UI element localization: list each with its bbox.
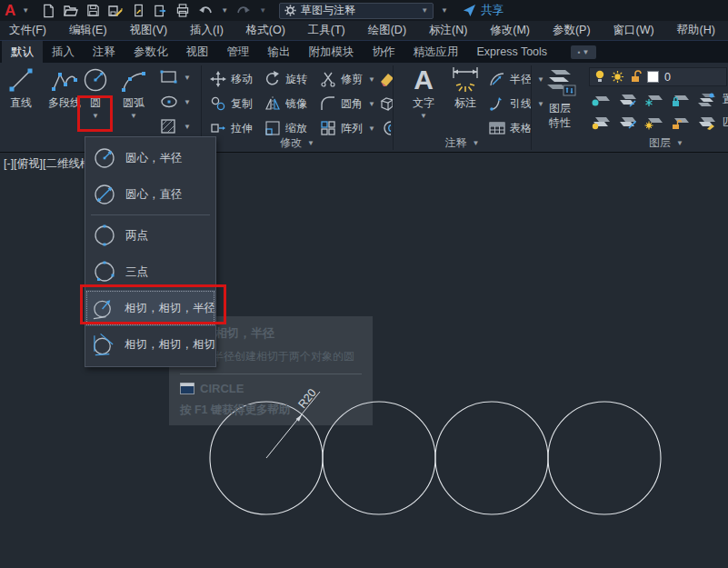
save-as-icon[interactable]: [108, 4, 124, 18]
save-icon[interactable]: [86, 4, 100, 17]
hatch-caret-icon[interactable]: ▼: [184, 123, 191, 131]
menu-dimension[interactable]: 标注(N): [429, 23, 467, 38]
tab-view[interactable]: 视图: [177, 41, 218, 63]
layer-unlock-row-icon[interactable]: [670, 115, 690, 130]
move-button[interactable]: 移动: [210, 70, 253, 88]
set-current-label[interactable]: 置为当前: [723, 92, 728, 107]
layers-panel-label[interactable]: 图层▼: [591, 135, 728, 151]
fillet-caret-icon[interactable]: ▼: [368, 100, 375, 108]
explode-button[interactable]: [378, 95, 396, 113]
current-layer-name: 0: [664, 71, 671, 84]
tab-parametric[interactable]: 参数化: [125, 41, 177, 63]
annotation-panel-label[interactable]: 注释▼: [394, 135, 531, 151]
erase-button[interactable]: [378, 70, 396, 88]
tab-insert[interactable]: 插入: [43, 41, 84, 63]
menu-tools[interactable]: 工具(T): [308, 23, 345, 38]
arc-dropdown-caret-icon[interactable]: ▼: [130, 112, 137, 120]
menu-parametric[interactable]: 参数(P): [553, 23, 591, 38]
scale-icon: [264, 120, 281, 136]
offset-button[interactable]: [378, 119, 396, 137]
app-menu-caret-icon[interactable]: ▼: [22, 6, 29, 15]
menu-item-2-point[interactable]: 两点: [85, 217, 215, 254]
layer-off-icon[interactable]: [591, 92, 611, 107]
table-button[interactable]: 表格: [489, 119, 532, 137]
layer-thaw-icon[interactable]: [643, 115, 663, 130]
export-icon[interactable]: [154, 4, 167, 18]
new-file-icon[interactable]: [42, 4, 55, 18]
tooltip-command: CIRCLE: [200, 382, 244, 395]
arc-button[interactable]: 圆弧 ▼: [113, 65, 155, 120]
layer-properties-button[interactable]: 图层 特性: [536, 65, 583, 130]
menu-window[interactable]: 窗口(W): [613, 23, 654, 38]
tab-output[interactable]: 输出: [259, 41, 300, 63]
fillet-button[interactable]: 圆角 ▼: [320, 95, 375, 113]
text-caret-icon[interactable]: ▼: [420, 112, 427, 120]
tab-featured-apps[interactable]: 精选应用: [404, 41, 468, 63]
mirror-button[interactable]: 镜像: [264, 95, 307, 113]
array-button[interactable]: 阵列 ▼: [320, 119, 375, 137]
center-radius-icon: [92, 145, 117, 171]
layer-on-icon[interactable]: [591, 115, 611, 130]
text-icon: A: [414, 65, 434, 95]
redo-caret-icon[interactable]: ▼: [259, 6, 266, 15]
scale-button[interactable]: 缩放: [264, 119, 307, 137]
menu-insert[interactable]: 插入(I): [190, 23, 224, 38]
rectangle-caret-icon[interactable]: ▼: [184, 74, 191, 82]
ribbon-collapse-button[interactable]: ▪▼: [571, 45, 596, 59]
menu-file[interactable]: 文件(F): [9, 23, 46, 38]
autocad-logo-icon[interactable]: A: [5, 2, 15, 20]
modify-panel-label[interactable]: 修改▼: [202, 135, 393, 151]
tab-home[interactable]: 默认: [2, 41, 43, 63]
menu-help[interactable]: 帮助(H): [677, 23, 715, 38]
layer-isolate-icon[interactable]: [617, 92, 637, 107]
menu-item-center-diameter[interactable]: 圆心，直径: [85, 176, 215, 213]
menu-draw[interactable]: 绘图(D): [368, 23, 406, 38]
menu-item-center-radius[interactable]: 圆心，半径: [85, 140, 215, 176]
redo-icon[interactable]: [236, 5, 251, 17]
print-icon[interactable]: [175, 4, 190, 17]
rectangle-button[interactable]: ▼: [160, 68, 191, 86]
match-layer-icon[interactable]: [696, 115, 716, 130]
menu-view[interactable]: 视图(V): [129, 23, 167, 38]
trim-caret-icon[interactable]: ▼: [368, 75, 375, 84]
ellipse-caret-icon[interactable]: ▼: [184, 98, 191, 106]
titlebar: A ▼ ▼ ▼ 草图与注释 ▼ ▼ 共享: [0, 0, 728, 21]
ellipse-button[interactable]: ▼: [160, 93, 191, 111]
qat-customize-caret-icon[interactable]: ▼: [441, 6, 448, 15]
layer-freeze-icon[interactable]: [643, 92, 663, 107]
menu-modify[interactable]: 修改(M): [490, 23, 530, 38]
highlight-box-tan-tan-radius: [80, 284, 226, 324]
tab-manage[interactable]: 管理: [218, 41, 259, 63]
tab-annotate[interactable]: 注释: [84, 41, 125, 63]
text-button[interactable]: A 文字 ▼: [404, 65, 444, 120]
layer-lock-icon[interactable]: [670, 92, 690, 107]
tab-collaborate[interactable]: 协作: [364, 41, 404, 63]
menu-edit[interactable]: 编辑(E): [69, 23, 107, 38]
undo-icon[interactable]: [198, 5, 213, 17]
rotate-button[interactable]: 旋转: [264, 70, 307, 88]
stretch-button[interactable]: 拉伸: [210, 119, 253, 137]
viewport-controls[interactable]: [-][俯视][二维线框]: [4, 156, 95, 172]
menu-format[interactable]: 格式(O): [246, 23, 285, 38]
open-folder-icon[interactable]: [64, 4, 78, 18]
layer-unisolate-icon[interactable]: [617, 115, 637, 130]
copy-button[interactable]: 复制: [210, 95, 253, 113]
workspace-selector[interactable]: 草图与注释 ▼: [279, 3, 434, 19]
layer-on-bulb-icon: [594, 70, 605, 84]
set-current-layer-icon[interactable]: [696, 92, 716, 107]
menu-item-tan-tan-tan[interactable]: 相切，相切，相切: [85, 326, 215, 363]
trim-button[interactable]: 修剪 ▼: [320, 70, 375, 88]
tab-express-tools[interactable]: Express Tools: [468, 41, 557, 63]
layer-selector[interactable]: 0: [589, 67, 727, 86]
share-button[interactable]: 共享: [463, 3, 504, 18]
tab-addins[interactable]: 附加模块: [300, 41, 364, 63]
dimension-button[interactable]: 标注: [445, 65, 485, 110]
match-layer-label[interactable]: 匹配图层: [723, 115, 728, 130]
circle-dropdown-menu: 圆心，半径 圆心，直径 两点 三点 相切，相切，半径 相切，相切，相切: [85, 136, 216, 367]
batch-plot-icon[interactable]: [132, 4, 145, 18]
hatch-button[interactable]: ▼: [160, 117, 191, 135]
line-button[interactable]: 直线: [2, 65, 40, 110]
undo-caret-icon[interactable]: ▼: [221, 6, 228, 15]
modify-panel-caret-icon: ▼: [307, 139, 314, 147]
array-caret-icon[interactable]: ▼: [368, 125, 375, 133]
